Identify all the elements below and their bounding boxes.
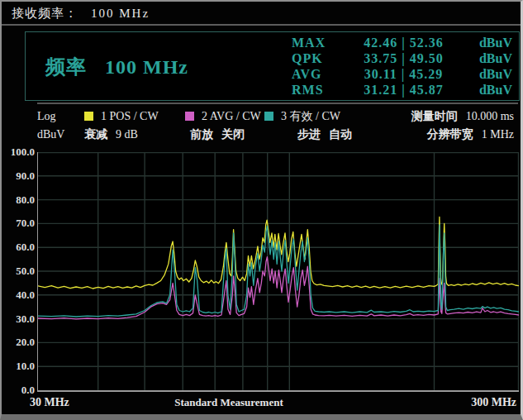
header-divider <box>2 24 521 26</box>
y-tick-label: 100.0 <box>2 146 35 158</box>
detector-values: 33.75 | 49.50 <box>343 50 464 66</box>
y-tick-label: 70.0 <box>2 217 35 229</box>
x-axis-end-label: 300 MHz <box>471 396 516 409</box>
receive-frequency-value: 100 MHz <box>91 7 150 20</box>
spectrum-plot <box>37 152 519 392</box>
emi-receiver-screen: 接收频率：100 MHz 频率100 MHz MAX 42.46 | 52.36… <box>0 0 523 420</box>
table-row: MAX 42.46 | 52.36 dBuV <box>292 35 512 50</box>
step-setting[interactable]: 步进自动 <box>297 128 352 141</box>
y-tick-label: 10.0 <box>2 360 35 372</box>
trace-1-swatch-icon <box>84 112 93 121</box>
attenuation-value: 9 dB <box>116 128 138 141</box>
legend-divider <box>37 103 518 104</box>
preamp-setting[interactable]: 前放关闭 <box>190 128 245 141</box>
y-tick-label: 0.0 <box>2 384 35 396</box>
trace-1-label: 1 POS / CW <box>101 110 159 122</box>
attenuation-setting[interactable]: 衰减9 dB <box>84 128 138 141</box>
y-tick-label: 40.0 <box>2 289 35 301</box>
frequency-label: 频率 <box>45 56 87 78</box>
meas-time-label: 测量时间 <box>411 110 458 122</box>
detector-unit: dBuV <box>464 50 512 66</box>
preamp-label: 前放 <box>190 128 213 141</box>
detector-name: MAX <box>292 35 343 50</box>
trace-3-swatch-icon <box>264 112 273 121</box>
rbw-value: 1 MHz <box>482 128 514 141</box>
detector-name: AVG <box>292 66 343 82</box>
table-row: AVG 30.11 | 45.29 dBuV <box>292 66 512 82</box>
y-tick-label: 30.0 <box>2 313 35 325</box>
detector-values: 30.11 | 45.29 <box>343 66 464 82</box>
measurement-mode-label: Standard Measurement <box>134 396 324 409</box>
detector-unit: dBuV <box>464 66 512 82</box>
detector-results-table: MAX 42.46 | 52.36 dBuV QPK 33.75 | 49.50… <box>292 35 512 98</box>
measurement-summary-box: 频率100 MHz MAX 42.46 | 52.36 dBuV QPK 33.… <box>25 31 520 101</box>
rbw-setting[interactable]: 分辨带宽1 MHz <box>427 128 514 141</box>
y-tick-label: 50.0 <box>2 265 35 277</box>
y-tick-label: 90.0 <box>2 169 35 182</box>
y-tick-label: 20.0 <box>2 336 35 348</box>
detector-unit: dBuV <box>464 35 512 50</box>
rbw-label: 分辨带宽 <box>427 128 473 141</box>
table-row: RMS 31.21 | 45.87 dBuV <box>292 82 512 98</box>
receive-frequency-label: 接收频率： <box>12 7 78 20</box>
trace-2-legend[interactable]: 2 AVG / CW <box>185 110 261 123</box>
y-tick-label: 80.0 <box>2 193 35 206</box>
trace-2-swatch-icon <box>185 112 194 121</box>
legend-row-2: dBuV 衰减9 dB 前放关闭 步进自动 分辨带宽1 MHz <box>2 128 521 142</box>
receive-frequency-readout[interactable]: 接收频率：100 MHz <box>12 6 150 21</box>
spectrum-traces <box>38 152 519 390</box>
frequency-display[interactable]: 频率100 MHz <box>45 54 188 80</box>
detector-unit: dBuV <box>464 82 512 98</box>
attenuation-label: 衰减 <box>84 128 107 141</box>
trace-1-legend[interactable]: 1 POS / CW <box>84 110 159 123</box>
legend-row-1: Log 1 POS / CW 2 AVG / CW 3 有效 / CW 测量时间… <box>2 110 521 124</box>
meas-time-value: 10.000 ms <box>466 110 514 122</box>
x-axis-start-label: 30 MHz <box>30 396 69 409</box>
detector-values: 31.21 | 45.87 <box>343 82 464 98</box>
trace-3-legend[interactable]: 3 有效 / CW <box>264 110 340 123</box>
y-tick-label: 60.0 <box>2 241 35 253</box>
detector-name: RMS <box>292 82 343 98</box>
step-value: 自动 <box>329 128 352 141</box>
y-unit-label: dBuV <box>37 128 64 141</box>
preamp-value: 关闭 <box>221 128 245 141</box>
detector-name: QPK <box>292 50 343 66</box>
trace-3-label: 3 有效 / CW <box>281 110 340 122</box>
trace-2-label: 2 AVG / CW <box>202 110 261 122</box>
step-label: 步进 <box>297 128 321 141</box>
table-row: QPK 33.75 | 49.50 dBuV <box>292 50 512 66</box>
detector-values: 42.46 | 52.36 <box>343 35 464 50</box>
frequency-value: 100 MHz <box>105 56 188 78</box>
meas-time-setting[interactable]: 测量时间10.000 ms <box>411 110 514 123</box>
scale-type-label: Log <box>37 110 56 123</box>
